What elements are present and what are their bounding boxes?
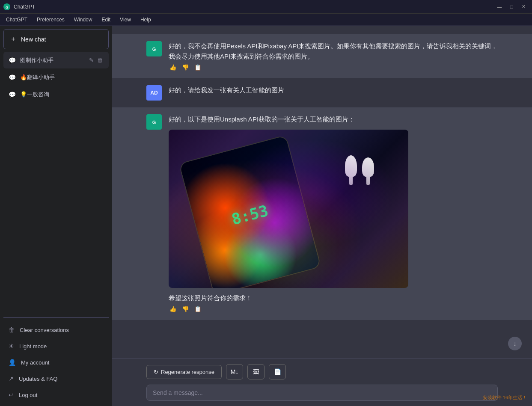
clear-conversations-label: Clear conversations — [20, 327, 69, 333]
new-chat-button[interactable]: ＋ New chat — [3, 29, 109, 49]
updates-faq-item[interactable]: ↗ Updates & FAQ — [3, 371, 109, 386]
message-row-1: AD 好的，请给我发一张有关人工智能的图片 — [112, 78, 532, 107]
plus-icon: ＋ — [10, 35, 17, 44]
svg-text:G: G — [152, 47, 156, 52]
edit-button-0[interactable]: ✎ — [88, 56, 95, 64]
image-button[interactable]: 🖼 — [247, 364, 265, 379]
image-icon: 🖼 — [253, 368, 259, 375]
message-sub-text-2: 希望这张照片符合你的需求！ — [169, 293, 498, 303]
my-account-label: My account — [21, 359, 49, 366]
light-mode-item[interactable]: ☀ Light mode — [3, 338, 109, 354]
watermark-text: 安装软件 16年生活！ — [483, 395, 527, 400]
chat-icon-2: 💬 — [9, 91, 16, 98]
input-row — [112, 385, 532, 406]
user-icon: 👤 — [9, 359, 16, 366]
external-link-icon: ↗ — [9, 375, 14, 382]
titlebar: G ChatGPT — □ ✕ — [0, 0, 532, 14]
thumbs-down-button-0[interactable]: 👎 — [181, 63, 190, 71]
menubar: ChatGPT Preferences Window Edit View Hel… — [0, 14, 532, 26]
window-controls: — □ ✕ — [494, 3, 529, 11]
maximize-button[interactable]: □ — [506, 3, 517, 11]
thumbs-up-button-0[interactable]: 👍 — [169, 63, 178, 71]
sidebar-divider — [3, 317, 109, 318]
ai-image: 8:53 — [169, 130, 408, 288]
regenerate-label: Regenerate response — [161, 369, 214, 375]
chat-input-wrapper[interactable] — [146, 385, 498, 401]
sidebar: ＋ New chat 💬 图制作小助手 ✎ 🗑 💬 🔥翻译小助手 💬 💡一般咨询 — [0, 26, 112, 406]
sidebar-footer: 🗑 Clear conversations ☀ Light mode 👤 My … — [3, 322, 109, 403]
markdown-icon: M↓ — [231, 368, 239, 375]
conversation-label-0: 图制作小助手 — [20, 56, 84, 64]
close-button[interactable]: ✕ — [518, 3, 529, 11]
logout-item[interactable]: ↩ Log out — [3, 387, 109, 403]
menu-help[interactable]: Help — [136, 16, 155, 24]
thumbs-down-button-2[interactable]: 👎 — [181, 305, 190, 313]
copy-button-2[interactable]: 📋 — [193, 305, 202, 313]
updates-faq-label: Updates & FAQ — [19, 376, 57, 382]
menu-window[interactable]: Window — [70, 16, 97, 24]
conversation-item-1[interactable]: 💬 🔥翻译小助手 — [3, 69, 109, 86]
conversation-item-2[interactable]: 💬 💡一般咨询 — [3, 86, 109, 103]
message-body-1: 好的，请给我发一张有关人工智能的图片 — [169, 85, 498, 95]
chat-icon-0: 💬 — [9, 57, 16, 64]
my-account-item[interactable]: 👤 My account — [3, 355, 109, 370]
svg-text:G: G — [152, 120, 156, 125]
menu-view[interactable]: View — [116, 16, 135, 24]
chat-actions-0: ✎ 🗑 — [88, 56, 104, 64]
conversation-label-2: 💡一般咨询 — [20, 91, 104, 98]
menu-preferences[interactable]: Preferences — [33, 16, 69, 24]
trash-icon: 🗑 — [9, 326, 15, 333]
delete-button-0[interactable]: 🗑 — [96, 56, 104, 64]
new-chat-label: New chat — [21, 36, 46, 43]
regenerate-button[interactable]: ↻ Regenerate response — [146, 365, 222, 379]
app-logo: G — [3, 3, 10, 10]
gpt-avatar-0: G — [146, 41, 162, 56]
logout-label: Log out — [19, 392, 37, 398]
message-actions-0: 👍 👎 📋 — [169, 63, 498, 71]
minimize-button[interactable]: — — [494, 3, 505, 11]
messages-container: G 好的，我不会再使用Pexels API和Pixabay API来搜索图片。如… — [112, 26, 532, 359]
markdown-button[interactable]: M↓ — [226, 364, 243, 379]
logout-icon: ↩ — [9, 391, 14, 398]
conversation-list: 💬 图制作小助手 ✎ 🗑 💬 🔥翻译小助手 💬 💡一般咨询 — [3, 52, 109, 313]
gpt-avatar-2: G — [146, 114, 162, 130]
message-row-2: G 好的，以下是使用Unsplash API获取的一张关于人工智能的图片： 8:… — [112, 107, 532, 320]
message-text-1: 好的，请给我发一张有关人工智能的图片 — [169, 85, 498, 95]
clear-conversations-item[interactable]: 🗑 Clear conversations — [3, 322, 109, 338]
copy-button-0[interactable]: 📋 — [193, 63, 202, 71]
message-body-2: 好的，以下是使用Unsplash API获取的一张关于人工智能的图片： 8:53 — [169, 114, 498, 313]
app-body: ＋ New chat 💬 图制作小助手 ✎ 🗑 💬 🔥翻译小助手 💬 💡一般咨询 — [0, 26, 532, 406]
menu-chatgpt[interactable]: ChatGPT — [2, 16, 32, 24]
pdf-button[interactable]: 📄 — [269, 364, 286, 379]
message-row-0: G 好的，我不会再使用Pexels API和Pixabay API来搜索图片。如… — [112, 34, 532, 78]
light-mode-label: Light mode — [19, 343, 47, 350]
neon-overlay — [169, 130, 408, 288]
bottom-bar: ↻ Regenerate response M↓ 🖼 📄 — [112, 359, 532, 385]
conversation-label-1: 🔥翻译小助手 — [20, 74, 104, 81]
watermark: 安装软件 16年生活！ — [483, 394, 527, 401]
user-avatar-1: AD — [146, 85, 162, 101]
message-text-2: 好的，以下是使用Unsplash API获取的一张关于人工智能的图片： 8:53 — [169, 114, 498, 303]
menu-edit[interactable]: Edit — [97, 16, 115, 24]
chat-area: G 好的，我不会再使用Pexels API和Pixabay API来搜索图片。如… — [112, 26, 532, 406]
message-actions-2: 👍 👎 📋 — [169, 305, 498, 313]
message-body-0: 好的，我不会再使用Pexels API和Pixabay API来搜索图片。如果你… — [169, 41, 498, 71]
sun-icon: ☀ — [9, 343, 14, 350]
chat-icon-1: 💬 — [9, 74, 16, 81]
svg-text:G: G — [6, 6, 8, 9]
conversation-item-0[interactable]: 💬 图制作小助手 ✎ 🗑 — [3, 52, 109, 68]
pdf-icon: 📄 — [274, 368, 281, 375]
thumbs-up-button-2[interactable]: 👍 — [169, 305, 178, 313]
chat-input[interactable] — [153, 389, 491, 396]
regenerate-icon: ↻ — [154, 369, 158, 375]
app-title: ChatGPT — [14, 4, 491, 10]
message-text-0: 好的，我不会再使用Pexels API和Pixabay API来搜索图片。如果你… — [169, 41, 498, 62]
scroll-to-bottom-button[interactable]: ↓ — [508, 337, 522, 350]
